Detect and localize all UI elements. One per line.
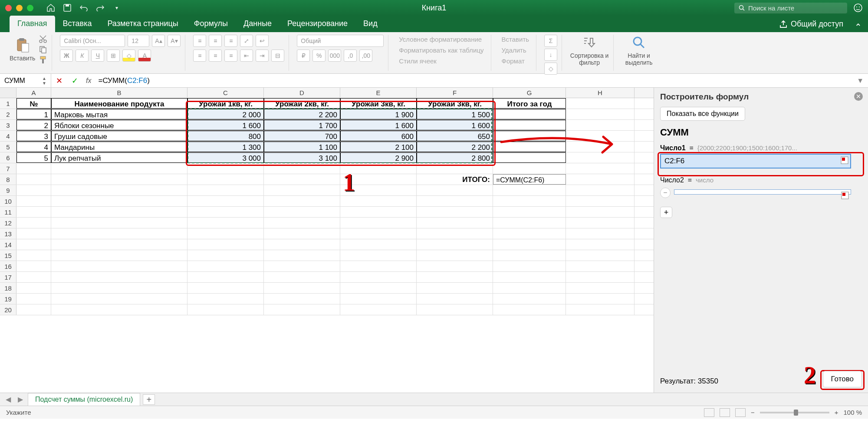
- next-sheet-icon[interactable]: ▶: [16, 395, 25, 403]
- argument-1-input[interactable]: C2:F6: [660, 154, 851, 169]
- tab-view[interactable]: Вид: [355, 15, 385, 32]
- cell[interactable]: Груши садовые: [51, 131, 187, 141]
- align-middle-icon[interactable]: ≡: [209, 35, 222, 47]
- cell[interactable]: 1 700: [264, 120, 340, 130]
- format-painter-icon[interactable]: [39, 56, 47, 64]
- align-left-icon[interactable]: ≡: [193, 50, 206, 62]
- cell[interactable]: 5: [16, 152, 51, 163]
- row-header[interactable]: 9: [0, 185, 16, 195]
- col-header[interactable]: H: [566, 88, 635, 98]
- decrease-font-icon[interactable]: A▾: [168, 35, 181, 47]
- qat-dropdown-icon[interactable]: ▾: [112, 3, 121, 12]
- minimize-window-icon[interactable]: [16, 5, 23, 11]
- cell[interactable]: Яблоки сезонные: [51, 120, 187, 130]
- cell[interactable]: 3 100: [264, 152, 340, 163]
- row-header[interactable]: 12: [0, 218, 16, 228]
- col-header[interactable]: D: [264, 88, 340, 98]
- row-header[interactable]: 15: [0, 250, 16, 261]
- cell[interactable]: [493, 142, 566, 152]
- range-picker-icon[interactable]: [841, 156, 848, 164]
- cell[interactable]: [493, 109, 566, 119]
- search-input[interactable]: Поиск на листе: [734, 3, 847, 13]
- underline-button[interactable]: Ч: [91, 50, 104, 62]
- maximize-window-icon[interactable]: [27, 5, 33, 11]
- row-header[interactable]: 17: [0, 272, 16, 282]
- cell[interactable]: 1 100: [264, 142, 340, 152]
- cell[interactable]: 1: [16, 109, 51, 119]
- row-header[interactable]: 19: [0, 294, 16, 304]
- font-size-select[interactable]: 12: [128, 35, 149, 47]
- col-header[interactable]: E: [340, 88, 417, 98]
- confirm-formula-icon[interactable]: ✓: [67, 76, 82, 86]
- cell[interactable]: Итого за год: [493, 98, 566, 109]
- align-center-icon[interactable]: ≡: [209, 50, 222, 62]
- spreadsheet-grid[interactable]: A B C D E F G H 1 № Наименование продукт…: [0, 88, 654, 393]
- decrease-decimal-icon[interactable]: ,00: [359, 50, 372, 62]
- merge-icon[interactable]: ⊟: [271, 50, 284, 62]
- range-picker-icon[interactable]: [841, 192, 849, 199]
- cell[interactable]: 3 000: [187, 152, 264, 163]
- font-name-select[interactable]: Calibri (Осн...: [60, 35, 125, 47]
- row-header[interactable]: 7: [0, 163, 16, 174]
- align-top-icon[interactable]: ≡: [193, 35, 206, 47]
- increase-indent-icon[interactable]: ⇥: [256, 50, 269, 62]
- undo-icon[interactable]: [79, 3, 88, 12]
- cell[interactable]: 800: [187, 131, 264, 141]
- page-break-view-icon[interactable]: [735, 408, 746, 417]
- tab-formulas[interactable]: Формулы: [186, 15, 236, 32]
- row-header[interactable]: 4: [0, 131, 16, 141]
- cut-icon[interactable]: [39, 35, 47, 43]
- align-bottom-icon[interactable]: ≡: [224, 35, 237, 47]
- tab-insert[interactable]: Вставка: [55, 15, 100, 32]
- insert-cells-button[interactable]: Вставить: [499, 35, 532, 44]
- name-box[interactable]: СУММ ▲▼: [0, 74, 51, 87]
- col-header[interactable]: B: [51, 88, 187, 98]
- normal-view-icon[interactable]: [704, 408, 714, 417]
- row-header[interactable]: 3: [0, 120, 16, 130]
- copy-icon[interactable]: [39, 45, 47, 54]
- cell-styles-button[interactable]: Стили ячеек: [396, 56, 486, 66]
- zoom-slider[interactable]: [760, 412, 829, 413]
- sheet-tab[interactable]: Подсчет суммы (microexcel.ru): [28, 393, 140, 406]
- row-header[interactable]: 20: [0, 304, 16, 315]
- cell[interactable]: 650: [417, 131, 493, 141]
- formula-input[interactable]: =СУММ(C2:F6): [95, 76, 857, 85]
- tab-page-layout[interactable]: Разметка страницы: [99, 15, 186, 32]
- col-header[interactable]: A: [16, 88, 51, 98]
- row-header[interactable]: 11: [0, 207, 16, 217]
- cell[interactable]: 1 900: [340, 109, 417, 119]
- cell[interactable]: 2 900: [340, 152, 417, 163]
- cell[interactable]: [566, 120, 635, 130]
- tab-home[interactable]: Главная: [10, 15, 55, 32]
- cell[interactable]: 2 200: [264, 109, 340, 119]
- cancel-formula-icon[interactable]: ✕: [51, 76, 67, 86]
- cell[interactable]: Урожай 3кв, кг.: [417, 98, 493, 109]
- cell[interactable]: Лук репчатый: [51, 152, 187, 163]
- done-button[interactable]: Готово: [823, 371, 862, 387]
- zoom-level[interactable]: 100 %: [843, 409, 862, 416]
- cell[interactable]: [566, 131, 635, 141]
- paste-button[interactable]: Вставить: [10, 35, 35, 64]
- conditional-format-button[interactable]: Условное форматирование: [396, 35, 486, 44]
- tab-review[interactable]: Рецензирование: [279, 15, 355, 32]
- total-formula-cell[interactable]: =СУММ(C2:F6): [493, 174, 566, 185]
- delete-cells-button[interactable]: Удалить: [499, 46, 532, 55]
- row-header[interactable]: 5: [0, 142, 16, 152]
- cell[interactable]: [566, 109, 635, 119]
- cell[interactable]: 1 600: [340, 120, 417, 130]
- share-button[interactable]: Общий доступ: [774, 16, 848, 32]
- increase-decimal-icon[interactable]: ,0: [344, 50, 357, 62]
- wrap-text-icon[interactable]: ↩: [256, 35, 269, 47]
- row-header[interactable]: 13: [0, 228, 16, 239]
- argument-2-input[interactable]: [674, 189, 851, 195]
- remove-argument-button[interactable]: −: [660, 188, 671, 198]
- cell[interactable]: 2 000: [187, 109, 264, 119]
- sort-filter-button[interactable]: Сортировка и фильтр: [570, 35, 609, 66]
- page-layout-view-icon[interactable]: [720, 408, 730, 417]
- row-header[interactable]: 14: [0, 239, 16, 250]
- cell[interactable]: [566, 98, 635, 109]
- cell[interactable]: Наименование продукта: [51, 98, 187, 109]
- cell[interactable]: 2: [16, 120, 51, 130]
- format-cells-button[interactable]: Формат: [499, 56, 532, 66]
- close-panel-icon[interactable]: ✕: [854, 92, 863, 101]
